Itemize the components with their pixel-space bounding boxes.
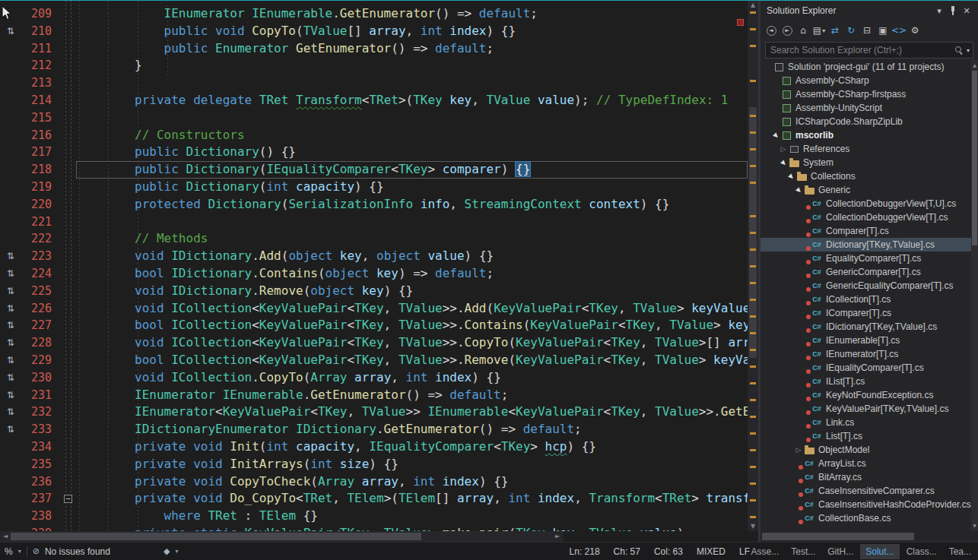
code-line[interactable]: 234 private void Init(int capacity, IEqu… — [0, 438, 748, 456]
tree-item[interactable]: C#CollectionDebuggerView[T].cs — [760, 210, 971, 224]
glyph-margin[interactable] — [0, 196, 21, 214]
tree-item[interactable]: Assembly-UnityScript — [760, 101, 971, 115]
outline-margin[interactable] — [61, 473, 76, 491]
code-text[interactable]: private static KeyValuePair<TKey, TValue… — [76, 525, 748, 531]
code-text[interactable]: void IDictionary.Remove(object key) {} — [76, 283, 748, 300]
outline-margin[interactable] — [61, 265, 76, 283]
code-text[interactable]: private void CopyToCheck(Array array, in… — [76, 473, 748, 491]
editor-lines[interactable]: 209 IEnumerator IEnumerable.GetEnumerato… — [0, 1, 748, 531]
scroll-down-icon[interactable]: ▼ — [748, 522, 758, 531]
glyph-margin[interactable] — [0, 92, 21, 109]
tree-item[interactable]: ICSharpCode.SharpZipLib — [760, 115, 971, 128]
code-text[interactable] — [76, 74, 748, 92]
tree-item[interactable]: C#IDictionary[TKey,TValue].cs — [760, 320, 971, 334]
code-line[interactable]: 237− private void Do_CopyTo<TRet, TElem>… — [0, 490, 748, 508]
glyph-margin[interactable]: ⇅ — [0, 300, 21, 318]
tree-item[interactable]: C#Comparer[T].cs — [760, 224, 971, 238]
outline-margin[interactable] — [61, 92, 76, 109]
code-text[interactable]: // Constructors — [76, 127, 748, 144]
outline-margin[interactable] — [61, 456, 76, 473]
scroll-up-icon[interactable]: ▲ — [748, 1, 758, 10]
glyph-margin[interactable] — [0, 473, 21, 491]
outline-margin[interactable] — [61, 230, 76, 248]
home-icon[interactable]: ⌂ — [795, 23, 811, 38]
status-widget-icon[interactable]: ◆ — [164, 546, 170, 556]
tree-item[interactable]: Solution 'project-gui' (11 of 11 project… — [760, 60, 971, 74]
glyph-margin[interactable]: ⇅ — [0, 265, 21, 283]
tree-item[interactable]: Assembly-CSharp — [760, 74, 971, 87]
tool-window-tab[interactable]: GitH... — [822, 544, 859, 559]
tree-item[interactable]: ▼System — [760, 156, 971, 169]
tree-item[interactable]: C#KeyValuePair[TKey,TValue].cs — [760, 402, 971, 416]
tree-item[interactable]: C#CollectionBase.cs — [760, 511, 971, 525]
glyph-margin[interactable] — [0, 109, 21, 127]
code-line[interactable]: 212 } — [0, 57, 748, 74]
code-text[interactable]: void ICollection<KeyValuePair<TKey, TVal… — [76, 300, 748, 318]
code-text[interactable]: private void Do_CopyTo<TRet, TElem>(TEle… — [76, 490, 748, 508]
search-options-icon[interactable]: ▾ — [967, 47, 970, 54]
code-text[interactable]: IDictionaryEnumerator IDictionary.GetEnu… — [76, 421, 748, 438]
glyph-margin[interactable] — [0, 74, 21, 92]
outline-margin[interactable] — [61, 403, 76, 421]
code-text[interactable]: public Enumerator GetEnumerator() => def… — [76, 40, 748, 58]
outline-margin[interactable] — [61, 40, 76, 58]
tree-item[interactable]: C#GenericEqualityComparer[T].cs — [760, 279, 971, 293]
outline-margin[interactable] — [61, 144, 76, 161]
tree-item[interactable]: C#IEqualityComparer[T].cs — [760, 361, 971, 375]
outline-margin[interactable] — [61, 248, 76, 265]
outline-margin[interactable] — [61, 283, 76, 300]
tree-item[interactable]: C#IEnumerable[T].cs — [760, 334, 971, 347]
code-line[interactable]: ⇅228 void ICollection<KeyValuePair<TKey,… — [0, 334, 748, 352]
tool-window-tab[interactable]: Tea... — [944, 544, 976, 559]
tree-item[interactable]: C#Link.cs — [760, 416, 971, 429]
glyph-margin[interactable]: ⇅ — [0, 403, 21, 421]
code-line[interactable]: 239 private static KeyValuePair<TKey, TV… — [0, 525, 748, 531]
glyph-margin[interactable]: ⇅ — [0, 369, 21, 387]
code-line[interactable]: 238 where TRet : TElem {} — [0, 508, 748, 525]
outline-margin[interactable] — [61, 196, 76, 214]
glyph-margin[interactable]: ⇅ — [0, 421, 21, 438]
tree-item[interactable]: C#IEnumerator[T].cs — [760, 347, 971, 361]
tree-item[interactable]: Assembly-CSharp-firstpass — [760, 87, 971, 101]
editor-vertical-scrollbar[interactable]: ▲ ▼ — [748, 1, 758, 531]
window-menu-icon[interactable]: ▾ — [932, 5, 946, 17]
glyph-margin[interactable] — [0, 144, 21, 161]
status-widget-dropdown-icon[interactable]: ▾ — [175, 548, 178, 555]
search-box[interactable]: ▾ — [765, 42, 973, 59]
outline-margin[interactable] — [61, 508, 76, 525]
code-line[interactable]: ⇅225 void IDictionary.Remove(object key)… — [0, 283, 748, 300]
show-all-files-icon[interactable]: ▣ — [875, 23, 891, 38]
glyph-margin[interactable] — [0, 127, 21, 144]
column-indicator[interactable]: Col: 63 — [654, 546, 683, 557]
code-text[interactable]: IEnumerator IEnumerable.GetEnumerator() … — [76, 387, 748, 404]
code-text[interactable] — [76, 109, 748, 127]
outline-margin[interactable] — [61, 161, 76, 179]
outline-margin[interactable] — [61, 387, 76, 404]
tree-item[interactable]: C#CollectionDebuggerView[T,U].cs — [760, 197, 971, 210]
pin-icon[interactable] — [946, 5, 960, 17]
character-indicator[interactable]: Ch: 57 — [614, 546, 640, 557]
switch-views-icon[interactable]: ▤▾ — [811, 23, 827, 38]
code-line[interactable]: 214 private delegate TRet Transform<TRet… — [0, 92, 748, 109]
tree-item[interactable]: C#IList[T].cs — [760, 375, 971, 388]
glyph-margin[interactable] — [0, 525, 21, 531]
glyph-margin[interactable] — [0, 57, 21, 74]
expander-icon[interactable]: ▼ — [794, 186, 803, 194]
glyph-margin[interactable]: ⇅ — [0, 283, 21, 300]
outline-margin[interactable] — [61, 317, 76, 334]
refres-icon[interactable]: ↻ — [843, 23, 859, 38]
code-text[interactable]: public Dictionary(IEqualityComparer<TKey… — [76, 161, 748, 179]
code-line[interactable]: ⇅226 void ICollection<KeyValuePair<TKey,… — [0, 300, 748, 318]
tree-item[interactable]: C#GenericComparer[T].cs — [760, 265, 971, 279]
code-line[interactable]: ⇅233 IDictionaryEnumerator IDictionary.G… — [0, 421, 748, 438]
code-text[interactable]: void ICollection<KeyValuePair<TKey, TVal… — [76, 334, 748, 352]
collapse-all-icon[interactable]: ⊟ — [859, 23, 875, 38]
forward-icon[interactable]: ► — [780, 23, 795, 38]
code-text[interactable]: public Dictionary() {} — [76, 144, 748, 161]
code-text[interactable]: private delegate TRet Transform<TRet>(TK… — [76, 92, 748, 109]
editor-horizontal-scrollbar[interactable]: ◄ ► — [0, 531, 563, 542]
outline-margin[interactable] — [61, 421, 76, 438]
code-line[interactable]: 221 — [0, 214, 748, 231]
tree-item[interactable]: ▷References — [760, 142, 971, 156]
code-text[interactable]: void IDictionary.Add(object key, object … — [76, 248, 748, 265]
